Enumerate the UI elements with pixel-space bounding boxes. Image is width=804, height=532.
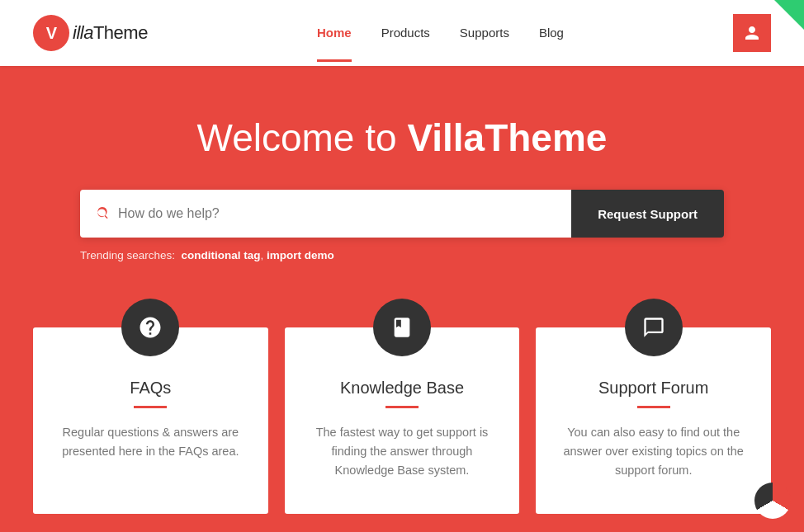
trending-link-conditional[interactable]: conditional tag: [182, 249, 261, 261]
nav-item-blog[interactable]: Blog: [539, 26, 564, 40]
support-forum-title: Support Forum: [598, 379, 708, 398]
knowledge-icon-circle: [373, 299, 431, 356]
nav-link-home[interactable]: Home: [317, 26, 352, 40]
logo-text: illaTheme: [73, 22, 148, 44]
trending-link-import[interactable]: import demo: [267, 249, 334, 261]
hero-section: Welcome to VillaTheme Request Support Tr…: [0, 66, 804, 327]
card-knowledge-base: Knowledge Base The fastest way to get su…: [285, 327, 520, 514]
hero-title: Welcome to VillaTheme: [197, 115, 608, 160]
knowledge-base-title: Knowledge Base: [340, 379, 464, 398]
knowledge-base-description: The fastest way to get support is findin…: [310, 423, 495, 481]
cards-section: FAQs Regular questions & answers are pre…: [0, 327, 804, 532]
question-icon: [138, 315, 163, 340]
user-icon: [744, 25, 760, 41]
nav-right: [733, 14, 771, 52]
nav-item-supports[interactable]: Supports: [460, 26, 509, 40]
faqs-underline: [134, 406, 167, 408]
spinner-widget: [754, 483, 791, 519]
request-support-button[interactable]: Request Support: [571, 190, 724, 238]
user-button[interactable]: [733, 14, 771, 52]
faqs-title: FAQs: [130, 379, 171, 398]
card-support-forum: Support Forum You can also easy to find …: [536, 327, 771, 514]
knowledge-underline: [385, 406, 419, 408]
trending-searches: Trending searches: conditional tag, impo…: [80, 249, 334, 261]
card-faqs: FAQs Regular questions & answers are pre…: [33, 327, 268, 514]
logo: V illaTheme: [33, 15, 148, 51]
forum-icon-circle: [625, 299, 683, 356]
book-icon: [390, 316, 414, 339]
search-svg: [95, 206, 110, 221]
faqs-description: Regular questions & answers are presente…: [58, 423, 244, 461]
corner-accent: [774, 0, 804, 30]
nav-link-products[interactable]: Products: [381, 26, 430, 40]
nav-link-supports[interactable]: Supports: [460, 26, 509, 40]
support-forum-description: You can also easy to find out the answer…: [560, 423, 746, 481]
search-input[interactable]: [118, 206, 556, 221]
nav-item-products[interactable]: Products: [381, 26, 430, 40]
nav-links: Home Products Supports Blog: [317, 26, 564, 40]
search-row: Request Support: [80, 190, 724, 238]
faqs-icon-circle: [121, 299, 179, 356]
forum-underline: [637, 406, 670, 408]
logo-icon: V: [33, 15, 69, 51]
navbar: V illaTheme Home Products Supports Blog: [0, 0, 804, 66]
chat-icon: [642, 316, 665, 339]
nav-item-home[interactable]: Home: [317, 26, 352, 40]
nav-link-blog[interactable]: Blog: [539, 26, 564, 40]
search-box: [80, 190, 571, 238]
search-icon: [95, 206, 110, 221]
